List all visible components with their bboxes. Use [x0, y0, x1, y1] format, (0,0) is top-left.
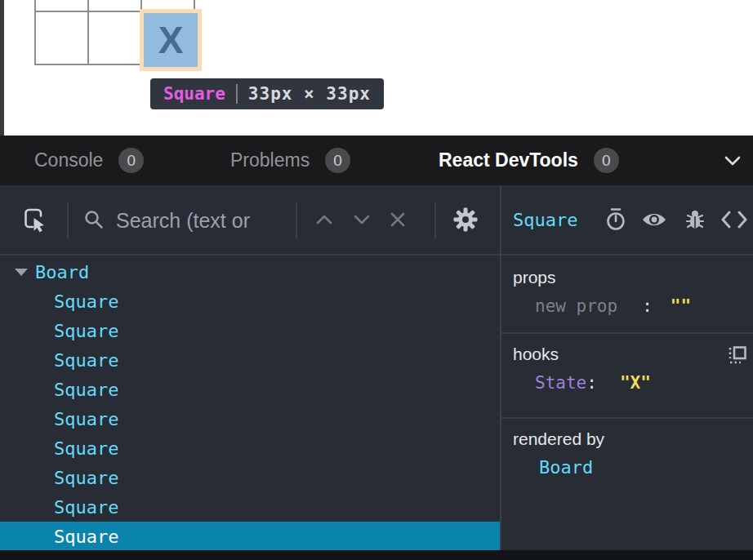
- tree-item-square-7[interactable]: Square: [0, 463, 500, 492]
- tab-badge: 0: [118, 148, 144, 173]
- view-source-icon[interactable]: [720, 211, 748, 229]
- tab-react-devtools[interactable]: React DevTools 0: [439, 136, 619, 185]
- tree-item-square-5[interactable]: Square: [0, 404, 500, 433]
- window-left-edge: [0, 0, 4, 136]
- tree-item-square-6[interactable]: Square: [0, 433, 500, 463]
- toolbar-divider: [296, 202, 297, 239]
- tree-item-label: Square: [54, 321, 118, 341]
- devtools-tab-bar: Console 0 Problems 0 React DevTools 0: [0, 136, 753, 185]
- tree-expander-icon[interactable]: [15, 269, 28, 276]
- rendered-by-title: rendered by: [501, 419, 753, 449]
- search-prev-icon[interactable]: [315, 214, 333, 225]
- inspect-element-icon[interactable]: [21, 207, 48, 233]
- inspect-size-tooltip: Square 33px × 33px: [150, 78, 384, 109]
- tree-item-square-4[interactable]: Square: [0, 375, 500, 404]
- new-prop-row: new prop : "": [501, 296, 753, 316]
- new-prop-value[interactable]: "": [671, 296, 691, 316]
- board-cell[interactable]: [36, 12, 89, 65]
- tree-item-label: Square: [54, 291, 118, 312]
- board-cell[interactable]: [89, 12, 142, 65]
- board-cell[interactable]: [89, 0, 142, 12]
- tab-badge: 0: [325, 148, 350, 173]
- tree-item-square-1[interactable]: Square: [0, 287, 500, 316]
- tree-item-label: Square: [54, 527, 118, 547]
- bottom-edge-bar: [0, 550, 753, 560]
- parse-hooks-icon[interactable]: [727, 344, 748, 366]
- tab-label: React DevTools: [439, 149, 578, 171]
- tree-item-square-8[interactable]: Square: [0, 492, 500, 522]
- hooks-section-title: hooks: [501, 334, 753, 364]
- tree-item-label: Square: [54, 497, 118, 518]
- props-section-title: props: [501, 257, 753, 287]
- hooks-section: hooks State : "X": [501, 334, 753, 419]
- tree-item-label: Square: [54, 468, 118, 488]
- tab-console[interactable]: Console 0: [34, 136, 144, 185]
- toolbar-divider: [67, 202, 69, 239]
- component-tree-children: SquareSquareSquareSquareSquareSquareSqua…: [0, 287, 500, 550]
- tree-item-label: Square: [54, 350, 118, 371]
- search-input[interactable]: [116, 185, 291, 256]
- component-tree: Board SquareSquareSquareSquareSquareSqua…: [0, 257, 500, 550]
- search-clear-icon[interactable]: [390, 211, 406, 228]
- board-cell[interactable]: [36, 0, 89, 12]
- tree-item-square-3[interactable]: Square: [0, 345, 500, 375]
- tree-item-label: Square: [54, 438, 118, 459]
- tree-item-label: Square: [54, 380, 118, 400]
- new-prop-input[interactable]: new prop: [535, 296, 617, 316]
- tab-chevron-down-icon[interactable]: [724, 155, 742, 167]
- react-devtools-toolbar: Square: [0, 185, 753, 256]
- state-hook-row: State : "X": [501, 373, 753, 393]
- hook-value[interactable]: "X": [620, 373, 651, 393]
- inspect-highlight-padding: X: [140, 9, 202, 71]
- search-next-icon[interactable]: [353, 214, 371, 225]
- settings-gear-icon[interactable]: [452, 207, 479, 233]
- tooltip-component-name: Square: [163, 84, 225, 104]
- inspected-square-cell[interactable]: X: [144, 13, 198, 67]
- inspect-dom-eye-icon[interactable]: [641, 210, 667, 229]
- hook-name: State: [535, 373, 586, 393]
- debug-bug-icon[interactable]: [684, 208, 706, 231]
- devtools-window: X Square 33px × 33px Console 0 Problems …: [0, 0, 753, 560]
- tree-item-label: Board: [35, 262, 89, 282]
- inspector-panel: props new prop : "" hooks State : "X": [501, 257, 753, 550]
- tab-problems[interactable]: Problems 0: [230, 136, 350, 185]
- suspend-timer-icon[interactable]: [604, 207, 627, 232]
- search-icon: [83, 209, 105, 230]
- rendered-by-owner-link[interactable]: Board: [501, 457, 753, 478]
- prop-separator: :: [642, 296, 653, 316]
- tree-item-label: Square: [54, 409, 118, 429]
- tree-item-square-9[interactable]: Square: [0, 522, 500, 550]
- rendered-by-section: rendered by Board: [501, 419, 753, 549]
- tree-item-board[interactable]: Board: [0, 257, 500, 287]
- hook-separator: :: [586, 373, 597, 393]
- tooltip-dimensions: 33px × 33px: [248, 84, 371, 104]
- browser-viewport: X Square 33px × 33px: [0, 0, 753, 136]
- tab-badge: 0: [594, 148, 619, 173]
- tooltip-divider: [236, 84, 238, 104]
- tab-label: Problems: [230, 149, 310, 171]
- props-section: props new prop : "": [501, 257, 753, 334]
- toolbar-divider: [434, 202, 436, 239]
- tab-label: Console: [34, 149, 103, 171]
- inspector-component-title: Square: [513, 210, 577, 230]
- tree-item-square-2[interactable]: Square: [0, 316, 500, 345]
